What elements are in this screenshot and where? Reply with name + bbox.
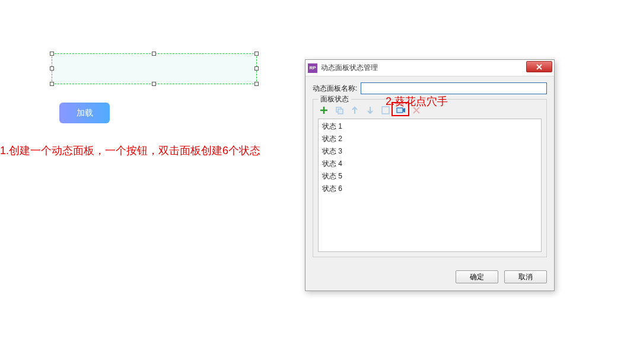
ok-button[interactable]: 确定 <box>456 270 498 283</box>
duplicate-state-button[interactable] <box>335 106 344 115</box>
resize-handle[interactable] <box>152 52 156 56</box>
list-item[interactable]: 状态 1 <box>319 120 541 133</box>
name-label: 动态面板名称: <box>313 84 357 94</box>
annotation-step-2: 2.葵花点穴手 <box>386 94 448 108</box>
states-fieldset: 面板状态 <box>313 99 547 257</box>
panel-name-input[interactable] <box>361 82 547 94</box>
list-item[interactable]: 状态 5 <box>319 170 541 183</box>
dialog-footer: 确定 取消 <box>305 264 554 290</box>
move-up-button[interactable] <box>350 106 359 115</box>
titlebar[interactable]: RP 动态面板状态管理 <box>305 60 554 76</box>
resize-handle[interactable] <box>254 82 259 86</box>
close-icon <box>536 64 543 70</box>
arrow-up-icon <box>351 106 358 114</box>
resize-handle[interactable] <box>50 66 54 71</box>
move-down-button[interactable] <box>365 106 375 115</box>
list-item[interactable]: 状态 6 <box>319 183 541 195</box>
dialog-title: 动态面板状态管理 <box>321 63 378 73</box>
list-item[interactable]: 状态 4 <box>319 158 541 170</box>
copy-icon <box>335 106 343 114</box>
svg-rect-1 <box>338 109 343 114</box>
add-state-button[interactable] <box>319 106 329 115</box>
list-item[interactable]: 状态 2 <box>319 133 541 145</box>
resize-handle[interactable] <box>254 52 259 56</box>
add-icon <box>320 106 328 114</box>
name-row: 动态面板名称: <box>313 82 547 94</box>
list-item[interactable]: 状态 3 <box>319 145 541 158</box>
cancel-button[interactable]: 取消 <box>504 270 547 283</box>
svg-rect-3 <box>397 108 403 113</box>
resize-handle[interactable] <box>50 82 54 86</box>
close-button[interactable] <box>526 61 552 72</box>
annotation-step-1: 1.创建一个动态面板，一个按钮，双击面板创建6个状态 <box>0 143 260 158</box>
arrow-down-icon <box>367 106 374 114</box>
resize-handle[interactable] <box>50 52 54 56</box>
resize-handle[interactable] <box>152 82 156 86</box>
resize-handle[interactable] <box>254 66 259 71</box>
rp-app-icon: RP <box>308 63 317 73</box>
load-button[interactable]: 加载 <box>59 103 110 123</box>
state-list[interactable]: 状态 1 状态 2 状态 3 状态 4 状态 5 状态 6 <box>318 119 542 252</box>
dynamic-panel-selection[interactable] <box>52 53 257 84</box>
